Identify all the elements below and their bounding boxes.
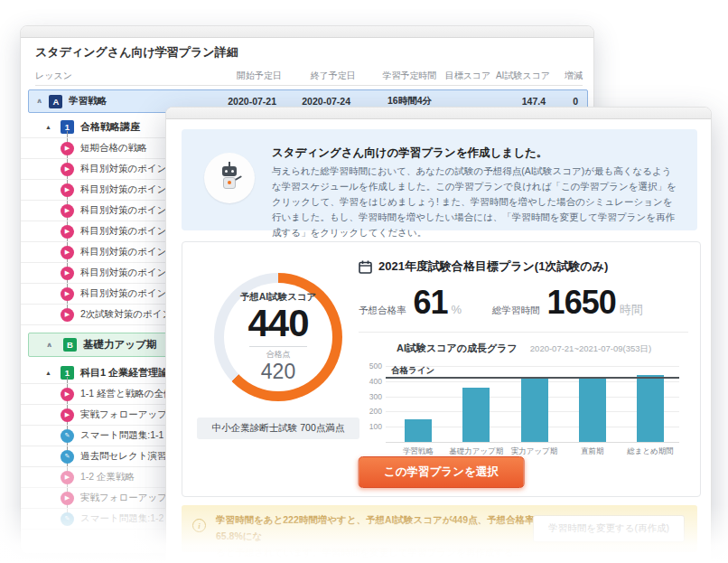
stat-pass-rate-value: 61 — [414, 286, 448, 319]
back-window-title: スタディングさん向け学習プラン詳細 — [35, 44, 238, 61]
row-study-time: 16時間4分 — [350, 95, 432, 108]
robot-icon — [221, 162, 238, 189]
notice-line2: ると予想されています。学習時間を変更して学習プランを再作成する... — [216, 545, 568, 561]
video-lesson-icon: ▶ — [61, 408, 74, 422]
col-target: 目標スコア — [437, 70, 491, 82]
stat-pass-rate-unit: % — [452, 303, 462, 316]
pass-line — [386, 377, 679, 379]
y-axis-tick: 200 — [359, 407, 382, 416]
collapse-caret-icon[interactable]: ∧ — [46, 342, 52, 349]
quiz-icon: ✎ — [61, 450, 74, 464]
row-start-date: 2020-07-21 — [201, 96, 276, 107]
tree-row-label: 合格戦略講座 — [80, 120, 140, 134]
quiz-icon: ✎ — [61, 429, 74, 443]
stats-divider — [359, 332, 688, 333]
expand-marker-icon[interactable]: ▲ — [45, 370, 51, 376]
stat-total-hours-unit: 時間 — [620, 302, 643, 318]
video-lesson-icon: ▶ — [61, 267, 74, 280]
video-lesson-icon: ▶ — [61, 225, 74, 239]
row-ai-score: 147.4 — [486, 96, 546, 107]
bar-学習戦略 — [405, 419, 432, 442]
row-lesson-label: 学習戦略 — [69, 95, 107, 108]
chart-title: AI試験スコアの成長グラフ — [397, 342, 518, 355]
video-lesson-icon: ▶ — [61, 287, 74, 301]
y-axis-tick: 100 — [359, 422, 382, 431]
y-axis-tick: 500 — [359, 361, 382, 371]
gauge-pass-label: 合格点 — [266, 349, 291, 361]
video-lesson-icon: ▶ — [61, 388, 74, 401]
bar-実力アップ期 — [521, 379, 548, 442]
stat-pass-rate-label: 予想合格率 — [359, 305, 406, 317]
col-time: 学習予定時間 — [356, 70, 437, 82]
gauge-divider — [249, 346, 307, 347]
message-body: 与えられた総学習時間において、あなたの試験の予想得点(AI試験スコア)が最も高く… — [272, 164, 680, 240]
simulation-notice-bar: i 学習時間をあと222時間増やすと、予想AI試験スコアが449点、予想合格率が… — [182, 505, 697, 552]
plan-title: 2021年度試験合格目標プラン(1次試験のみ) — [378, 258, 608, 275]
col-start: 開始予定日 — [206, 70, 282, 82]
pass-line-label: 合格ライン — [391, 365, 434, 377]
back-window-chrome — [21, 26, 593, 38]
video-lesson-icon: ▶ — [61, 183, 74, 197]
lesson-table-header: レッスン 開始予定日 終了予定日 学習予定時間 目標スコア AI試験スコア 増減 — [35, 66, 583, 86]
col-end: 終了予定日 — [282, 70, 356, 82]
expand-marker-icon[interactable]: ▲ — [45, 124, 51, 130]
exam-note-badge: 中小企業診断士試験 700点満点 — [197, 418, 359, 439]
video-lesson-icon: ▶ — [61, 246, 74, 259]
col-ai-score: AI試験スコア — [490, 70, 550, 82]
calendar-icon — [359, 260, 372, 274]
change-study-time-button[interactable]: 学習時間を変更する(再作成) — [533, 515, 685, 542]
stat-total-hours-label: 総学習時間 — [492, 305, 540, 317]
collapse-caret-icon[interactable]: ∧ — [36, 98, 42, 105]
tree-row-label: 科目1 企業経営理論 — [80, 366, 168, 380]
gauge-pass-score: 420 — [261, 361, 295, 383]
video-lesson-icon: ▶ — [61, 163, 74, 176]
x-axis-line — [386, 442, 679, 443]
ai-score-gauge: 予想AI試験スコア 440 合格点 420 — [214, 273, 342, 401]
video-lesson-icon: ▶ — [61, 492, 74, 505]
select-plan-button[interactable]: この学習プランを選択 — [358, 456, 525, 488]
video-lesson-icon: ▶ — [61, 471, 74, 484]
y-axis-tick: 400 — [359, 377, 382, 386]
row-end-date: 2020-07-24 — [276, 96, 350, 107]
bar-総まとめ期間 — [637, 375, 664, 442]
col-lesson: レッスン — [35, 70, 206, 82]
stat-total-hours: 総学習時間 1650 時間 — [492, 286, 643, 319]
x-axis-label: 総まとめ期間 — [621, 446, 680, 457]
tree-row-label: 基礎力アップ期 — [83, 338, 156, 352]
stat-pass-rate: 予想合格率 61 % — [359, 286, 462, 319]
notice-line1: 学習時間をあと222時間増やすと、予想AI試験スコアが449点、予想合格率が65… — [216, 512, 568, 545]
robot-avatar — [204, 153, 255, 203]
video-lesson-icon: ▶ — [61, 204, 74, 218]
plan-result-card: 予想AI試験スコア 440 合格点 420 中小企業診断士試験 700点満点 2… — [182, 241, 701, 497]
chart-date-range: 2020-07-21~2021-07-09(353日) — [530, 343, 651, 355]
y-axis-tick: 300 — [359, 392, 382, 401]
assistant-message-panel: スタディングさん向けの学習プランを作成しました。 与えられた総学習時間において、… — [182, 129, 697, 230]
quiz-icon: ✎ — [61, 512, 74, 526]
section-badge: 1 — [61, 120, 74, 134]
gauge-score: 440 — [247, 304, 308, 343]
bar-基礎力アップ期 — [462, 388, 490, 442]
ai-score-growth-chart: 500400300200100学習戦略基礎力アップ期実力アップ期直前期総まとめ期… — [359, 359, 688, 460]
x-axis-label: 直前期 — [563, 446, 622, 457]
info-icon: i — [192, 519, 206, 532]
video-lesson-icon: ▶ — [61, 308, 74, 322]
section-badge: 1 — [61, 366, 74, 380]
phase-b-badge: B — [63, 338, 77, 352]
video-lesson-icon: ▶ — [61, 142, 74, 155]
stat-total-hours-value: 1650 — [547, 286, 616, 319]
row-delta: 0 — [546, 96, 578, 107]
phase-a-badge: A — [49, 95, 62, 108]
bar-直前期 — [579, 377, 606, 442]
col-delta: 増減 — [550, 70, 583, 82]
message-title: スタディングさん向けの学習プランを作成しました。 — [272, 145, 547, 161]
plan-result-window: スタディングさん向けの学習プランを作成しました。 与えられた総学習時間において、… — [165, 107, 712, 563]
plan-stats: 予想合格率 61 % 総学習時間 1650 時間 — [359, 286, 688, 319]
front-window-chrome — [166, 108, 711, 119]
